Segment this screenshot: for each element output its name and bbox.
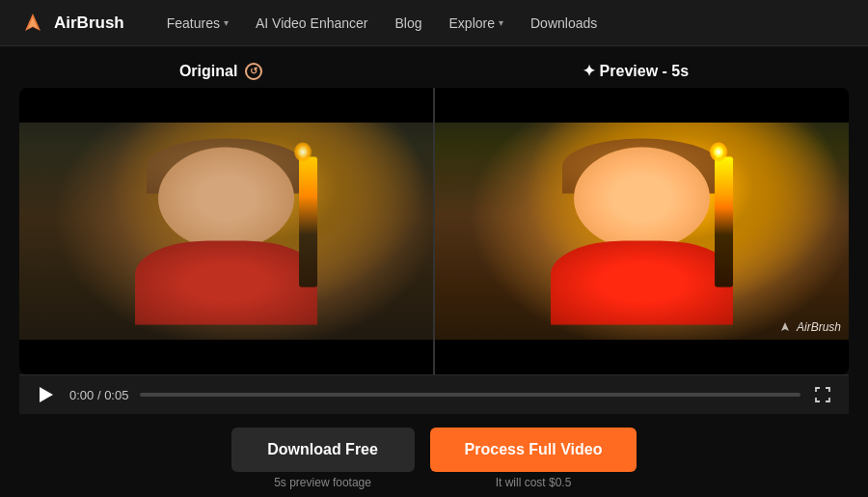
enhanced-video-panel: AirBrush (435, 88, 849, 374)
preview-label: ✦ Preview - 5s (583, 62, 689, 80)
process-full-video-button[interactable]: Process Full Video (430, 428, 637, 472)
bottom-bar (19, 340, 433, 374)
original-label: Original (179, 63, 237, 80)
watermark: AirBrush (778, 320, 841, 334)
nav-items: Features ▾ AI Video Enhancer Blog Explor… (155, 10, 849, 37)
time-display: 0:00 / 0:05 (69, 388, 128, 402)
video-container: AirBrush (19, 88, 849, 374)
original-video-panel (19, 88, 435, 374)
fullscreen-icon (814, 386, 831, 403)
progress-bar[interactable] (140, 393, 800, 397)
top-bar (435, 88, 849, 123)
nav-item-ai-video[interactable]: AI Video Enhancer (244, 10, 380, 37)
preview-label-section: ✦ Preview - 5s (583, 62, 689, 80)
navbar: AirBrush Features ▾ AI Video Enhancer Bl… (0, 0, 868, 46)
child-face-enhanced (529, 138, 756, 324)
process-subtitle: It will cost $0.5 (496, 476, 572, 489)
nav-item-downloads[interactable]: Downloads (519, 10, 609, 37)
play-icon (40, 387, 53, 402)
watermark-logo-icon (778, 320, 792, 334)
top-bar (19, 88, 433, 123)
torch (299, 156, 317, 287)
torch-flame (294, 142, 312, 161)
action-buttons: Download Free 5s preview footage Process… (19, 414, 849, 497)
download-free-button[interactable]: Download Free (231, 428, 415, 472)
chevron-down-icon: ▾ (224, 17, 229, 28)
process-button-group: Process Full Video It will cost $0.5 (430, 428, 637, 489)
original-label-section: Original ↺ (179, 62, 262, 80)
logo[interactable]: AirBrush (19, 10, 124, 37)
torch (715, 156, 733, 287)
main-content: Original ↺ ✦ Preview - 5s (0, 46, 868, 497)
logo-icon (19, 10, 46, 37)
face (158, 148, 295, 250)
play-button[interactable] (35, 383, 58, 406)
child-face-original (113, 138, 340, 324)
download-subtitle: 5s preview footage (274, 476, 371, 489)
watermark-text: AirBrush (797, 320, 841, 334)
nav-item-blog[interactable]: Blog (383, 10, 433, 37)
nav-item-features[interactable]: Features ▾ (155, 10, 240, 37)
fullscreen-button[interactable] (812, 384, 833, 405)
torch-flame (710, 142, 727, 161)
bottom-bar (435, 340, 849, 374)
controls-bar: 0:00 / 0:05 (19, 374, 849, 414)
chevron-down-icon: ▾ (499, 17, 503, 28)
face (574, 148, 711, 250)
logo-text: AirBrush (54, 14, 124, 33)
body (135, 240, 317, 324)
enhanced-video-frame: AirBrush (435, 88, 849, 374)
nav-item-explore[interactable]: Explore ▾ (438, 10, 515, 37)
download-button-group: Download Free 5s preview footage (231, 428, 415, 489)
original-video-frame (19, 88, 433, 374)
video-labels: Original ↺ ✦ Preview - 5s (19, 62, 849, 80)
body (551, 240, 733, 324)
refresh-icon[interactable]: ↺ (245, 63, 262, 80)
